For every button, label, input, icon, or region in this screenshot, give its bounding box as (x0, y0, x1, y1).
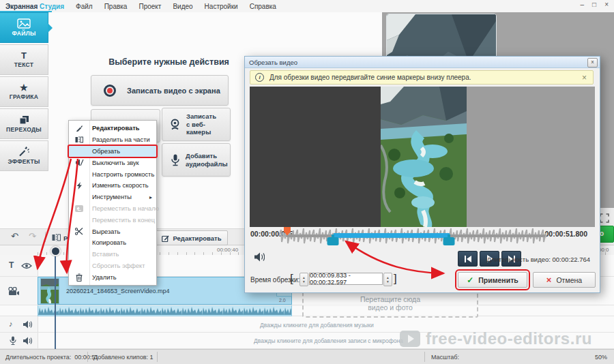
music-track-header (0, 316, 38, 332)
dialog-close-button[interactable]: x (587, 58, 598, 67)
music-track-hint: Дважды кликните для добавления музыки (260, 322, 374, 329)
context-item-mute[interactable]: Выключить звук (69, 157, 156, 168)
context-item-delete[interactable]: Удалить (69, 271, 156, 283)
watermark-text: free-video-editors.ru (426, 329, 592, 348)
menu-bar: Экранная Студия Файл Правка Проект Видео… (0, 0, 614, 13)
preview-letterbox-left (250, 87, 381, 227)
check-icon: ✓ (467, 275, 473, 285)
media-dropzone[interactable]: Перетащите сюда видео и фото (302, 289, 478, 318)
menu-file[interactable]: Файл (76, 3, 93, 10)
menu-settings[interactable]: Настройки (205, 3, 238, 10)
trim-range-input[interactable]: 00:00:09.833 - 00:00:32.597 (309, 273, 383, 285)
context-item-move-start[interactable]: Переместить в начало (69, 203, 156, 215)
watermark: free-video-editors.ru (400, 329, 592, 348)
minimize-button[interactable]: – (581, 1, 585, 8)
fullscreen-icon[interactable] (600, 213, 609, 223)
toolbar-separator (45, 232, 46, 242)
sidebar-item-effects[interactable]: ЭФФЕКТЫ (0, 140, 48, 171)
record-screen-button[interactable]: Записать видео с экрана (91, 75, 229, 106)
zoom-value: 50% (595, 354, 607, 361)
camera-icon (8, 287, 20, 296)
context-item-trim[interactable]: Обрезать (69, 146, 156, 157)
context-item-reset-effect[interactable]: Сбросить эффект (69, 260, 156, 272)
context-item-cut[interactable]: Вырезать (69, 226, 156, 237)
text-track-icon: T (9, 260, 14, 270)
cancel-x-icon: × (546, 275, 552, 285)
prev-icon (464, 256, 472, 262)
eye-icon[interactable] (21, 262, 32, 269)
mute-icon (74, 158, 84, 168)
record-screen-label: Записать видео с экрана (127, 87, 220, 95)
clip-thumbnail (40, 278, 59, 304)
menu-edit[interactable]: Правка (104, 3, 128, 10)
trim-end-spinner[interactable]: ▴▾ (383, 273, 392, 286)
clip-audio-waveform[interactable] (38, 305, 292, 316)
status-separator (157, 352, 158, 362)
context-item-tools[interactable]: Инструменты ▸ (69, 192, 156, 203)
undo-icon[interactable]: ↶ (11, 231, 18, 241)
context-item-move-end[interactable]: Переместить в конец (69, 214, 156, 226)
dialog-speaker-icon[interactable] (254, 252, 265, 262)
redo-icon[interactable]: ↷ (29, 231, 36, 241)
split-icon[interactable] (52, 234, 61, 241)
mic-track-hint: Дважды кликните для добавления записи с … (254, 337, 403, 344)
clip-badge: 2.0 (279, 298, 286, 303)
window-controls: – □ × (581, 1, 609, 8)
edit-button-label: Редактировать (173, 234, 221, 242)
context-item-split[interactable]: Разделить на части (69, 134, 156, 146)
mic-track-icon (10, 336, 16, 346)
menu-video[interactable]: Видео (173, 3, 192, 10)
speed-icon (74, 181, 84, 190)
zoom-label: Масштаб: (431, 354, 459, 361)
add-audio-button[interactable]: Добавить аудиофайлы (162, 143, 231, 177)
dialog-title-bar[interactable]: Обрезать видео x (245, 57, 600, 68)
sidebar-item-text[interactable]: T ТЕКСТ (0, 44, 48, 75)
menu-project[interactable]: Проект (138, 3, 161, 10)
trim-time-row: Время обрезки: [ ▴▾ 00:00:09.833 - 00:00… (245, 272, 600, 290)
webcam-icon (169, 119, 181, 130)
audio-label-line1: Добавить (186, 152, 217, 160)
sidebar-item-graphics[interactable]: ★ ГРАФИКА (0, 76, 48, 107)
record-webcam-button[interactable]: Записать с веб-камеры (162, 108, 231, 141)
maximize-button[interactable]: □ (592, 1, 596, 8)
info-close-icon[interactable]: × (582, 73, 587, 82)
context-item-paste[interactable]: Вставить (69, 249, 156, 260)
trim-waveform-slider[interactable] (279, 227, 546, 247)
sidebar-label: ПЕРЕХОДЫ (6, 126, 42, 133)
context-item-edit[interactable]: Редактировать (69, 123, 156, 134)
status-separator (424, 352, 425, 362)
edit-pencil-icon (162, 234, 169, 242)
sidebar-label: ЭФФЕКТЫ (8, 158, 40, 165)
playhead-handle[interactable] (50, 246, 61, 256)
apply-button[interactable]: ✓ Применить (458, 272, 527, 288)
menu-help[interactable]: Справка (250, 3, 276, 10)
star-icon: ★ (20, 83, 28, 92)
sidebar-item-transitions[interactable]: ПЕРЕХОДЫ (0, 108, 48, 139)
edit-button[interactable]: Редактировать (156, 230, 228, 245)
context-item-volume[interactable]: Настроить громкость (69, 168, 156, 180)
trash-icon (74, 273, 84, 282)
dialog-video-preview (250, 87, 595, 227)
trim-video-dialog: Обрезать видео x i Для обрезки видео пер… (244, 56, 600, 293)
project-duration: Длительность проекта: 00:00:51 (5, 354, 98, 361)
sidebar-label: ТЕКСТ (14, 61, 34, 68)
context-item-speed[interactable]: Изменить скорость (69, 180, 156, 192)
close-button[interactable]: × (604, 1, 609, 8)
context-item-copy[interactable]: Копировать (69, 237, 156, 249)
trim-start-spinner[interactable]: ▴▾ (299, 273, 308, 286)
bracket-open: [ (290, 272, 293, 286)
speaker-icon[interactable] (23, 337, 32, 345)
waveform-graphic (38, 305, 291, 315)
app-window: Экранная Студия Файл Правка Проект Видео… (0, 0, 614, 364)
record-icon (104, 85, 116, 97)
apply-label: Применить (478, 276, 518, 284)
video-frame[interactable] (381, 87, 467, 227)
clips-added: Добавлено клипов: 1 (93, 354, 153, 361)
actions-heading: Выберите нужные действия (75, 57, 263, 67)
clip-filename: 20260214_184653_ScreenVideo.mp4 (66, 288, 169, 294)
prev-frame-button[interactable] (458, 251, 478, 267)
app-title: Экранная Студия (5, 3, 64, 10)
speaker-icon[interactable] (23, 320, 32, 329)
sidebar-item-files[interactable]: ФАЙЛЫ (0, 12, 48, 43)
cancel-button[interactable]: × Отмена (533, 272, 596, 288)
